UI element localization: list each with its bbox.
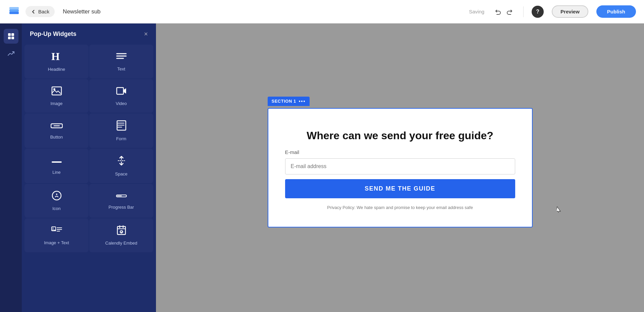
widget-grid: H Headline Text <box>22 45 156 255</box>
svg-point-21 <box>117 125 118 126</box>
topbar: Back Newsletter sub Saving ? Preview Pub… <box>0 0 644 23</box>
popup-card: Where can we send your free guide? E-mai… <box>268 108 533 228</box>
cursor-pointer <box>557 206 561 212</box>
headline-icon: H <box>51 51 63 63</box>
widget-panel: Pop-Up Widgets × H Headline <box>22 23 156 312</box>
progress-bar-icon <box>116 192 127 201</box>
canvas-area: SECTION 1 ••• Where can we send your fre… <box>156 23 644 312</box>
svg-rect-0 <box>9 12 19 14</box>
privacy-text: Privacy Policy: We hate spam and promise… <box>327 205 473 210</box>
video-icon <box>116 86 127 98</box>
topbar-divider <box>523 6 524 17</box>
svg-rect-2 <box>9 7 19 9</box>
widget-space[interactable]: Space <box>89 149 153 183</box>
widget-panel-header: Pop-Up Widgets × <box>22 23 156 45</box>
svg-rect-6 <box>11 37 14 39</box>
widget-calendly-embed[interactable]: Calendly Embed <box>89 218 153 252</box>
svg-rect-4 <box>11 33 14 36</box>
widget-button[interactable]: Button <box>24 113 89 148</box>
widget-form-label: Form <box>116 136 126 141</box>
publish-button[interactable]: Publish <box>596 5 636 18</box>
calendly-embed-icon <box>117 225 126 237</box>
popup-wrapper: SECTION 1 ••• Where can we send your fre… <box>268 108 533 228</box>
widget-text-label: Text <box>117 66 125 71</box>
undo-redo-group <box>492 6 515 17</box>
submit-button[interactable]: SEND ME THE GUIDE <box>285 179 515 198</box>
widget-calendly-embed-label: Calendly Embed <box>105 241 137 246</box>
widget-icon-label: Icon <box>52 206 61 211</box>
space-icon <box>117 155 126 168</box>
svg-point-28 <box>56 194 57 195</box>
email-input[interactable] <box>285 158 515 174</box>
undo-button[interactable] <box>492 6 503 17</box>
widget-text[interactable]: Text <box>89 45 153 79</box>
widget-image-label: Image <box>50 101 62 106</box>
widget-line-label: Line <box>52 170 61 175</box>
sidebar-item-widgets[interactable] <box>4 29 18 44</box>
section-label: SECTION 1 ••• <box>268 97 310 106</box>
help-button[interactable]: ? <box>532 6 544 18</box>
form-icon <box>116 120 126 133</box>
back-button[interactable]: Back <box>25 6 55 17</box>
widget-panel-close-button[interactable]: × <box>144 30 148 38</box>
icon-widget-icon <box>52 191 62 203</box>
svg-rect-3 <box>8 33 11 36</box>
widget-line[interactable]: Line <box>24 149 89 183</box>
page-title: Newsletter sub <box>63 8 100 15</box>
widget-button-label: Button <box>50 135 63 140</box>
svg-point-12 <box>53 88 55 90</box>
line-icon <box>51 157 62 166</box>
sidebar-item-analytics[interactable] <box>4 46 18 61</box>
svg-point-20 <box>117 123 118 124</box>
widget-headline[interactable]: H Headline <box>24 45 89 79</box>
preview-button[interactable]: Preview <box>552 5 588 18</box>
main-area: Pop-Up Widgets × H Headline <box>0 23 644 312</box>
svg-point-27 <box>52 191 61 200</box>
sidebar-icons <box>0 23 22 312</box>
widget-image-text[interactable]: Image + Text <box>24 218 89 252</box>
back-label: Back <box>38 9 49 14</box>
widget-image[interactable]: Image <box>24 79 89 113</box>
svg-rect-5 <box>8 37 11 39</box>
popup-form: E-mail SEND ME THE GUIDE <box>285 149 515 198</box>
widget-progress-bar-label: Progress Bar <box>109 205 134 210</box>
widget-video-label: Video <box>116 101 127 106</box>
image-icon <box>51 86 62 98</box>
saving-status: Saving <box>469 9 484 14</box>
widget-panel-title: Pop-Up Widgets <box>30 31 76 38</box>
text-icon <box>116 52 127 63</box>
svg-point-33 <box>52 228 53 229</box>
popup-heading: Where can we send your free guide? <box>307 129 493 143</box>
email-label: E-mail <box>285 149 515 155</box>
widget-image-text-label: Image + Text <box>44 240 69 245</box>
section-label-text: SECTION 1 <box>272 99 296 104</box>
svg-text:H: H <box>51 51 60 61</box>
button-icon <box>51 122 63 131</box>
svg-rect-31 <box>117 196 119 196</box>
svg-point-22 <box>117 127 118 128</box>
widget-form[interactable]: Form <box>89 113 153 148</box>
widget-video[interactable]: Video <box>89 79 153 113</box>
svg-rect-11 <box>52 87 61 95</box>
image-text-icon <box>51 225 62 237</box>
svg-rect-1 <box>9 9 19 12</box>
widget-headline-label: Headline <box>48 67 65 72</box>
app-logo <box>8 5 20 18</box>
widget-space-label: Space <box>115 171 127 176</box>
redo-button[interactable] <box>504 6 515 17</box>
svg-rect-13 <box>117 88 123 94</box>
svg-rect-23 <box>52 161 62 163</box>
widget-icon-item[interactable]: Icon <box>24 184 89 218</box>
section-options-button[interactable]: ••• <box>299 99 306 104</box>
widget-progress-bar[interactable]: Progress Bar <box>89 184 153 218</box>
